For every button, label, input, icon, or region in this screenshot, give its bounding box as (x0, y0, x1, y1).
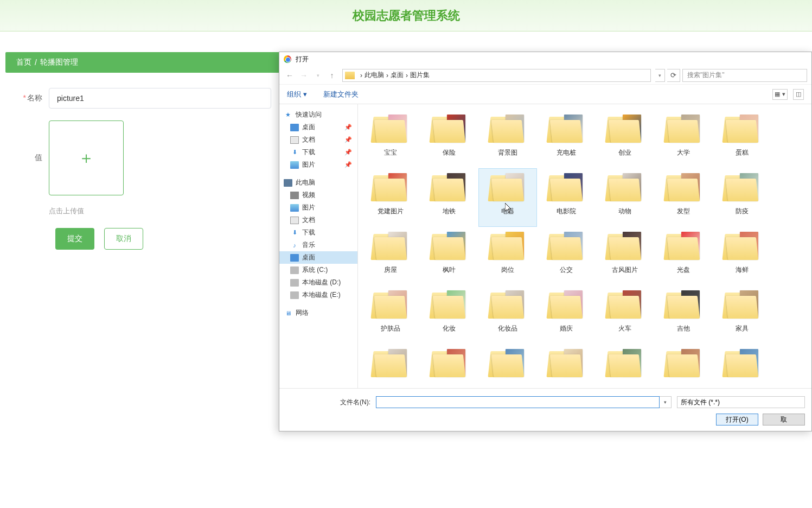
folder-item[interactable]: 背景图 (478, 110, 537, 168)
nav-recent-button[interactable]: ▾ (312, 69, 324, 81)
breadcrumb-current[interactable]: 轮播图管理 (40, 58, 78, 67)
filename-dropdown[interactable]: ▾ (660, 396, 672, 408)
folder-item[interactable]: 公交 (537, 227, 596, 285)
folder-thumbnail (488, 347, 527, 379)
folder-label: 化妆品 (498, 324, 517, 333)
upload-box[interactable]: ＋ (49, 120, 124, 195)
tree-local-e[interactable]: 本地磁盘 (E:) (279, 289, 357, 301)
nav-back-button[interactable]: ← (284, 69, 296, 81)
folder-item[interactable] (361, 344, 420, 388)
tree-documents[interactable]: 文档📌 (279, 134, 357, 146)
plus-icon: ＋ (78, 147, 94, 169)
folder-item[interactable]: 火车 (596, 285, 654, 344)
tree-downloads[interactable]: ⬇下载📌 (279, 146, 357, 158)
folder-item[interactable]: 护肤品 (361, 285, 420, 344)
breadcrumb-separator: / (35, 58, 37, 67)
help-button[interactable]: ◫ (793, 89, 804, 100)
folder-item[interactable]: 吉他 (654, 285, 713, 344)
folder-item[interactable]: 防疫 (713, 168, 771, 227)
folder-item[interactable]: 电影院 (537, 168, 596, 227)
tree-quick-access[interactable]: ★快速访问 (279, 109, 357, 121)
folder-item[interactable]: 大学 (654, 110, 713, 168)
submit-button[interactable]: 提交 (55, 228, 94, 250)
folder-label: 防疫 (736, 207, 749, 216)
new-folder-button[interactable]: 新建文件夹 (323, 90, 359, 99)
folder-item[interactable]: 动物 (596, 168, 654, 227)
folder-item[interactable]: 房屋 (361, 227, 420, 285)
folder-item[interactable]: 发型 (654, 168, 713, 227)
folder-label: 宝宝 (384, 148, 397, 157)
folder-label: 岗位 (501, 265, 514, 275)
tree-network[interactable]: 🖥网络 (279, 307, 357, 319)
folder-item[interactable]: 枫叶 (420, 227, 478, 285)
folder-item[interactable]: 光盘 (654, 227, 713, 285)
folder-item[interactable] (654, 344, 713, 388)
tree-pictures[interactable]: 图片📌 (279, 158, 357, 171)
folder-item[interactable] (596, 344, 654, 388)
folder-item[interactable]: 婚庆 (537, 285, 596, 344)
tree-this-pc[interactable]: 此电脑 (279, 176, 357, 189)
nav-up-button[interactable]: ↑ (326, 69, 338, 81)
folder-item[interactable]: 家具 (713, 285, 771, 344)
view-mode-button[interactable]: ▦ ▾ (772, 89, 788, 100)
folder-thumbnail (547, 230, 586, 262)
folder-thumbnail (430, 347, 469, 379)
folder-label: 蛋糕 (736, 148, 749, 157)
folder-item[interactable]: 电器 (478, 168, 537, 227)
folder-item[interactable] (420, 344, 478, 388)
folder-item[interactable]: 海鲜 (713, 227, 771, 285)
folder-item[interactable] (713, 344, 771, 388)
folder-item[interactable]: 岗位 (478, 227, 537, 285)
folder-thumbnail (605, 171, 644, 204)
folder-thumbnail (723, 347, 762, 379)
folder-item[interactable]: 蛋糕 (713, 110, 771, 168)
folder-label: 房屋 (384, 265, 397, 275)
search-input[interactable]: 搜索"图片集" (682, 69, 807, 82)
folder-item[interactable]: 创业 (596, 110, 654, 168)
folder-item[interactable]: 充电桩 (537, 110, 596, 168)
refresh-button[interactable]: ⟳ (667, 69, 680, 82)
nav-forward-button[interactable]: → (298, 69, 310, 81)
tree-desktop[interactable]: 桌面📌 (279, 121, 357, 134)
folder-thumbnail (723, 288, 762, 321)
name-input[interactable] (49, 88, 271, 109)
tree-pictures2[interactable]: 图片 (279, 201, 357, 214)
path-dropdown[interactable]: ▾ (655, 69, 665, 82)
folder-thumbnail (664, 171, 703, 204)
tree-videos[interactable]: 视频 (279, 189, 357, 201)
folder-item[interactable]: 古风图片 (596, 227, 654, 285)
value-label: 值 (5, 120, 49, 163)
dialog-toolbar: 组织 ▾ 新建文件夹 ▦ ▾ ◫ (279, 85, 811, 104)
cancel-button[interactable]: 取消 (104, 228, 143, 250)
organize-button[interactable]: 组织 ▾ (287, 90, 307, 99)
folder-item[interactable] (537, 344, 596, 388)
folder-item[interactable]: 保险 (420, 110, 478, 168)
tree-system-c[interactable]: 系统 (C:) (279, 264, 357, 276)
tree-local-d[interactable]: 本地磁盘 (D:) (279, 276, 357, 289)
folder-item[interactable]: 化妆品 (478, 285, 537, 344)
folder-label: 公交 (560, 265, 573, 275)
folder-label: 充电桩 (557, 148, 576, 157)
open-button[interactable]: 打开(O) (716, 414, 758, 426)
folder-item[interactable]: 党建图片 (361, 168, 420, 227)
folder-thumbnail (664, 112, 703, 145)
dialog-titlebar: 打开 (279, 52, 811, 66)
folder-item[interactable]: 宝宝 (361, 110, 420, 168)
folder-thumbnail (723, 171, 762, 204)
folder-thumbnail (605, 112, 644, 145)
tree-documents2[interactable]: 文档 (279, 214, 357, 226)
tree-downloads2[interactable]: ⬇下载 (279, 226, 357, 239)
tree-desktop2[interactable]: 桌面 (279, 251, 357, 264)
path-bar[interactable]: › 此电脑 › 桌面 › 图片集 (342, 69, 651, 82)
filetype-select[interactable]: 所有文件 (*.*) (677, 396, 805, 408)
tree-music[interactable]: ♪音乐 (279, 239, 357, 251)
dialog-cancel-button[interactable]: 取 (763, 414, 805, 426)
folder-thumbnail (430, 112, 469, 145)
filename-input[interactable] (376, 396, 660, 408)
dialog-footer: 文件名(N): ▾ 所有文件 (*.*) 打开(O) 取 (279, 388, 811, 431)
folder-item[interactable] (478, 344, 537, 388)
breadcrumb-home[interactable]: 首页 (16, 58, 31, 67)
folder-item[interactable]: 地铁 (420, 168, 478, 227)
folder-item[interactable]: 化妆 (420, 285, 478, 344)
folder-thumbnail (371, 230, 410, 262)
